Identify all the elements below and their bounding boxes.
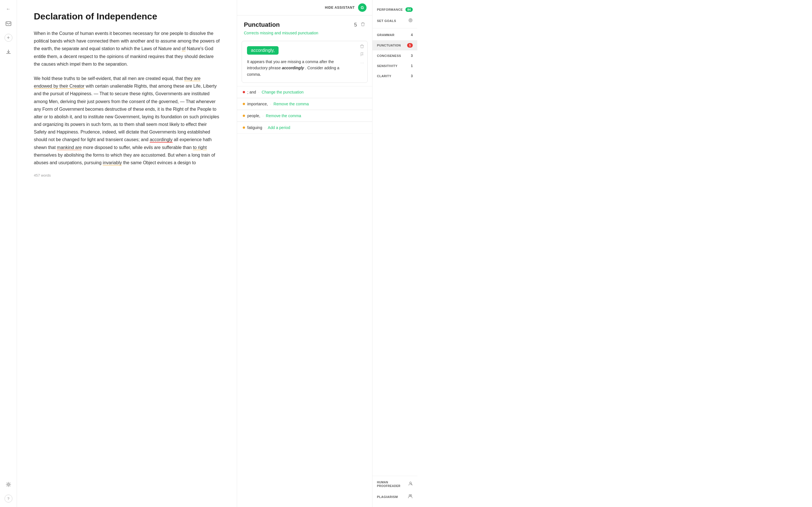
sidebar-item-grammar[interactable]: GRAMMAR 4	[372, 30, 417, 40]
paragraph-1: When in the Course of human events it be…	[34, 30, 220, 68]
sidebar-item-conciseness[interactable]: CONCISENESS 3	[372, 51, 417, 61]
sidebar-item-human-proofreader[interactable]: HUMANPROOFREADER	[372, 478, 417, 491]
suggestion-description: It appears that you are missing a comma …	[247, 59, 353, 77]
action-separator-1: ·	[258, 90, 259, 94]
punctuation-score: 5	[407, 43, 413, 48]
suggestion-subtitle: Corrects missing and misused punctuation	[237, 31, 372, 41]
performance-label: PERFORMANCE	[377, 8, 403, 11]
action-separator-2: ·	[270, 102, 271, 106]
underline-mankind: mankind are	[57, 145, 82, 150]
proofreader-icon	[408, 482, 413, 487]
sidebar-item-punctuation[interactable]: PUNCTUATION 5	[372, 40, 417, 50]
inbox-icon[interactable]	[4, 19, 13, 28]
action-word-3: people,	[247, 114, 260, 118]
action-row-2: importance, · Remove the comma	[237, 98, 372, 110]
word-count: 457 words	[34, 173, 220, 177]
suggestion-actions-list: ; and · Change the punctuation importanc…	[237, 86, 372, 133]
conciseness-label: CONCISENESS	[377, 54, 401, 57]
action-word-1: ; and	[247, 90, 256, 94]
grammar-score: 4	[411, 33, 413, 37]
svg-rect-0	[6, 22, 11, 25]
bullet-dot-1	[243, 91, 245, 93]
grammarly-panel: HIDE ASSISTANT G Punctuation 5 Corrects …	[237, 0, 372, 507]
set-goals-label: SET GOALS	[377, 19, 396, 22]
card-flag-icon[interactable]	[360, 52, 364, 58]
accordingly-highlight: accordingly	[150, 137, 172, 143]
svg-rect-6	[409, 495, 410, 496]
underline-nature: of	[182, 46, 186, 51]
punctuation-label: PUNCTUATION	[377, 44, 401, 47]
suggestion-count-area: 5	[354, 22, 365, 28]
bullet-dot-2	[243, 103, 245, 105]
clarity-label: CLARITY	[377, 74, 391, 78]
sidebar-item-plagiarism[interactable]: PLAGIARISM	[372, 491, 417, 503]
right-sidebar: PERFORMANCE 84 SET GOALS GRAMMAR 4 PUNCT…	[372, 0, 417, 507]
suggestion-word-tag: accordingly,	[247, 46, 278, 55]
underline-they: they are endowed by their Creator	[34, 76, 200, 89]
document-body[interactable]: When in the Course of human events it be…	[34, 30, 220, 166]
underline-toright: to right	[193, 145, 207, 150]
grammarly-logo: G	[358, 3, 366, 12]
active-suggestion-card: ··· accordingly, It appears that you are…	[242, 41, 368, 83]
human-proofreader-label: HUMANPROOFREADER	[377, 481, 400, 488]
plagiarism-icon	[408, 494, 413, 500]
underline-invariably: invariably	[103, 160, 122, 165]
goals-icon	[408, 18, 413, 24]
card-trash-icon[interactable]	[360, 44, 364, 50]
editor-area[interactable]: Declaration of Independence When in the …	[17, 0, 237, 507]
suggestion-header: Punctuation 5	[237, 15, 372, 31]
action-row-4: fatiguing · Add a period	[237, 122, 372, 133]
top-bar: HIDE ASSISTANT G	[237, 0, 372, 15]
settings-icon[interactable]	[4, 480, 13, 489]
sidebar-item-set-goals[interactable]: SET GOALS	[372, 15, 417, 26]
suggestion-bold-word: accordingly	[282, 66, 304, 70]
sidebar-item-performance[interactable]: PERFORMANCE 84	[372, 4, 417, 15]
download-icon[interactable]	[4, 47, 13, 56]
card-more-icon[interactable]: ···	[360, 60, 364, 65]
action-suggestion-3[interactable]: Remove the comma	[266, 114, 301, 118]
action-row-1: ; and · Change the punctuation	[237, 86, 372, 98]
suggestion-title: Punctuation	[244, 21, 280, 29]
svg-point-5	[410, 482, 411, 484]
sensitivity-score: 1	[411, 64, 413, 68]
svg-point-4	[410, 20, 411, 20]
bullet-dot-3	[243, 115, 245, 117]
suggestion-count: 5	[354, 22, 357, 28]
document-title: Declaration of Independence	[34, 11, 220, 22]
hide-assistant-button[interactable]: HIDE ASSISTANT	[325, 6, 355, 10]
performance-score: 84	[405, 7, 413, 12]
bullet-dot-4	[243, 126, 245, 129]
plagiarism-label: PLAGIARISM	[377, 495, 398, 499]
action-row-3: people, · Remove the comma	[237, 110, 372, 122]
grammar-label: GRAMMAR	[377, 33, 395, 37]
sidebar-item-sensitivity[interactable]: SENSITIVITY 1	[372, 61, 417, 71]
sidebar-item-clarity[interactable]: CLARITY 3	[372, 71, 417, 81]
action-word-4: fatiguing	[247, 125, 262, 130]
sensitivity-label: SENSITIVITY	[377, 64, 398, 68]
svg-point-1	[8, 484, 9, 485]
action-suggestion-2[interactable]: Remove the comma	[273, 102, 309, 106]
action-separator-3: ·	[262, 114, 264, 118]
left-sidebar: ← + ?	[0, 0, 17, 507]
paragraph-2: We hold these truths to be self-evident,…	[34, 75, 220, 166]
action-suggestion-4[interactable]: Add a period	[268, 125, 290, 130]
action-word-2: importance,	[247, 102, 268, 106]
action-suggestion-1[interactable]: Change the punctuation	[262, 90, 304, 94]
clarity-score: 3	[411, 74, 413, 78]
svg-rect-7	[410, 495, 412, 496]
delete-all-icon[interactable]	[360, 22, 365, 28]
back-icon[interactable]: ←	[4, 4, 13, 13]
add-icon[interactable]: +	[4, 34, 12, 42]
conciseness-score: 3	[411, 54, 413, 58]
action-separator-4: ·	[264, 125, 266, 130]
help-icon[interactable]: ?	[4, 495, 12, 503]
